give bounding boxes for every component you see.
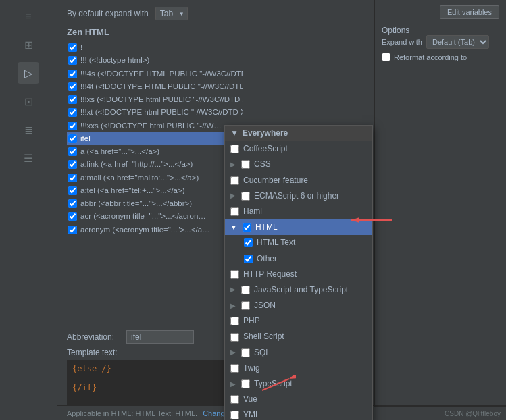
arrow-icon: ▶ [230,159,236,170]
dropdown-overlay: ▼ Everywhere CoffeeScript ▶ CSS Cucumber… [224,125,373,420]
list-item[interactable]: a:tel (<a href="tel:+...">...</a>) [67,184,243,197]
arrow-icon: ▶ [230,347,236,358]
section-title: Zen HTML [67,27,243,37]
right-panel: Edit variables Options Expand with Defau… [374,0,506,420]
sidebar-icon-4[interactable]: ⊡ [18,90,39,112]
arrow-icon: ▶ [230,379,236,390]
abbreviation-label: Abbreviation: [67,332,121,342]
expand-select-wrapper[interactable]: Tab [155,7,188,20]
list-item[interactable]: a (<a href="...">...</a>) [67,145,243,158]
list-item[interactable]: !!!4t (<!DOCTYPE HTML PUBLIC "-//W3C//DT… [67,80,243,93]
sidebar-icon-3[interactable]: ▷ [18,62,39,84]
abbreviation-input[interactable] [126,330,194,344]
list-item[interactable]: a:mail (<a href="mailto:...">...</a>) [67,172,243,184]
dropdown-item-json[interactable]: ▶ JSON [225,298,372,313]
dropdown-item-twig[interactable]: Twig [225,361,372,376]
template-text-label: Template text: [67,348,243,357]
list-item[interactable]: !!!xt (<!DOCTYPE html PUBLIC "-//W3C//DT… [67,106,243,119]
expand-select[interactable]: Tab [155,7,188,20]
dropdown-item-vue[interactable]: Vue [225,392,372,407]
dropdown-item-typescript[interactable]: ▶ TypeScript [225,376,372,392]
bottom-bar: CSDN @Qlittleboy [374,406,506,420]
dropdown-item-ecma[interactable]: ▶ ECMAScript 6 or higher [225,188,372,204]
reformat-checkbox[interactable] [382,53,390,61]
list-item[interactable]: !!! (<!doctype html>) [67,54,243,67]
options-label: Options [382,26,499,35]
dropdown-item-other[interactable]: Other [225,251,372,267]
expand-label: By default expand with [67,9,149,18]
dropdown-item-sql[interactable]: ▶ SQL [225,345,372,361]
left-section: Zen HTML ! !!! (<!doctype html>) !!!4s (… [67,27,243,413]
list-item[interactable]: acr (<acronym title="...">...</acron… [67,210,243,223]
expand-with-row: Expand with Default (Tab) [382,35,499,49]
list-item[interactable]: a:link (<a href="http://...">...</a>) [67,158,243,171]
dropdown-item-css[interactable]: ▶ CSS [225,157,372,172]
list-item[interactable]: !!!xs (<!DOCTYPE html PUBLIC "-//W3C//DT… [67,93,243,106]
arrow-icon: ▶ [230,284,236,295]
sidebar-icon-5[interactable]: ≣ [18,119,39,140]
dropdown-item-cucumber[interactable]: Cucumber feature [225,173,372,188]
arrow-icon: ▶ [230,190,236,201]
list-item[interactable]: acronym (<acronym title="...">...</a… [67,224,243,236]
edit-variables-button[interactable]: Edit variables [440,5,499,19]
expand-with-label: Expand with [382,38,422,46]
template-list: ! !!! (<!doctype html>) !!!4s (<!DOCTYPE… [67,41,243,325]
dropdown-item-shell[interactable]: Shell Script [225,329,372,344]
sidebar-icon-1[interactable]: ≡ [18,5,39,27]
expand-with-select[interactable]: Default (Tab) [426,35,489,49]
dropdown-item-yml[interactable]: YML [225,407,372,420]
reformat-row: Reformat according to [382,53,499,61]
credit-text: CSDN @Qlittleboy [445,410,501,417]
list-item[interactable]: abbr (<abbr title="...">...</abbr>) [67,197,243,210]
code-line-1: {else /} [72,364,237,373]
arrow-icon: ▶ [230,300,236,311]
list-item[interactable]: ! [67,41,243,54]
code-line-2 [72,373,237,383]
dropdown-header-label: Everywhere [243,127,288,140]
dropdown-item-coffeescript[interactable]: CoffeeScript [225,141,372,157]
list-item[interactable]: !!!xxs (<!DOCTYPE html PUBLIC "-//W… [67,120,243,132]
dropdown-item-js[interactable]: ▶ JavaScript and TypeScript [225,282,372,298]
sidebar: ≡ ⊞ ▷ ⊡ ≣ ☰ [0,0,57,420]
reformat-label: Reformat according to [394,53,467,61]
dropdown-item-php[interactable]: PHP [225,313,372,329]
dropdown-item-haml[interactable]: Haml [225,204,372,219]
dropdown-item-html[interactable]: ▼ HTML [225,219,372,235]
code-line-3: {/if} [72,383,237,392]
sidebar-icon-2[interactable]: ⊞ [18,34,39,55]
dropdown-item-http[interactable]: HTTP Request [225,267,372,282]
collapse-icon: ▼ [230,127,238,140]
code-block: {else /} {/if} [67,360,243,411]
list-item[interactable]: !!!4s (<!DOCTYPE HTML PUBLIC "-//W3C//DT… [67,68,243,80]
applicable-text: Applicable in HTML: HTML Text; HTML. [67,409,197,417]
dropdown-header[interactable]: ▼ Everywhere [225,126,372,141]
dropdown-item-htmltext[interactable]: HTML Text [225,235,372,251]
arrow-icon: ▼ [230,222,237,233]
abbreviation-row: Abbreviation: [67,330,243,344]
sidebar-icon-6[interactable]: ☰ [18,147,39,169]
list-item-ifel[interactable]: ifel [67,132,243,145]
